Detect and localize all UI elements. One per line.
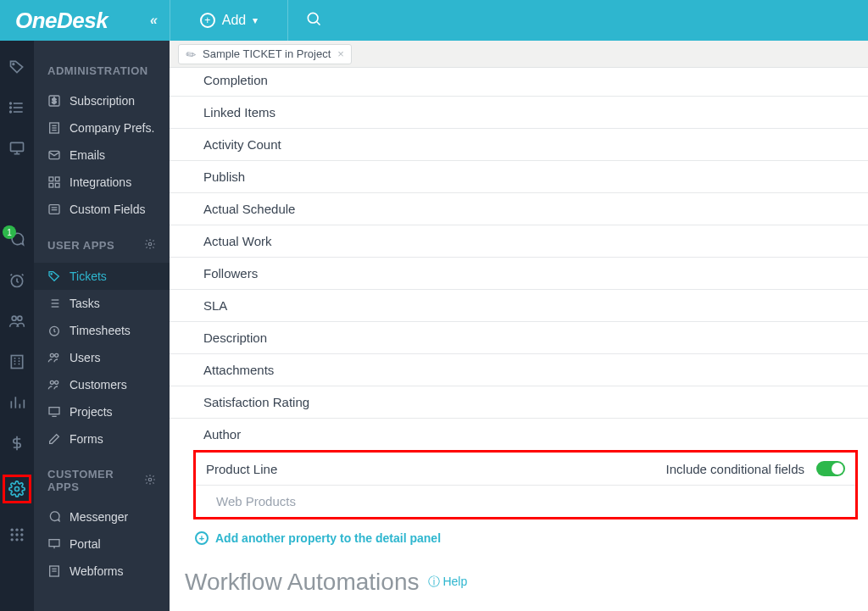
dollar-box-icon: $ [47,94,61,108]
workflow-section-title: Workflow Automations ⓘ Help [170,553,868,596]
svg-point-59 [50,380,53,384]
sidebar-item-users[interactable]: Users [34,344,170,371]
tab-bar: ✎ Sample TICKET in Project × [170,41,868,68]
property-row[interactable]: Completion [170,68,868,97]
rail-list-icon[interactable] [8,98,26,117]
svg-point-0 [308,13,318,23]
product-line-row[interactable]: Product Line Include conditional fields [196,453,855,486]
rail-tag-icon[interactable] [8,58,26,76]
rail-users-icon[interactable] [8,312,26,330]
rail-dollar-icon[interactable] [8,434,26,453]
envelope-icon [47,148,61,162]
help-link[interactable]: ⓘ Help [428,575,468,590]
svg-point-31 [11,533,14,536]
rail-chat-icon[interactable]: 1 [8,231,26,249]
svg-point-7 [10,107,12,108]
rail-apps-icon[interactable] [8,525,26,544]
svg-point-6 [10,103,12,104]
close-icon[interactable]: × [337,47,344,60]
svg-point-27 [15,487,19,492]
svg-point-58 [55,353,58,357]
tab-label: Sample TICKET in Project [203,47,331,60]
sidebar-item-tasks[interactable]: Tasks [34,290,170,317]
svg-point-8 [10,111,12,113]
svg-line-1 [317,21,320,25]
property-row[interactable]: Actual Work [170,225,868,258]
svg-point-57 [50,353,53,357]
property-row[interactable]: Actual Schedule [170,193,868,225]
rail-chart-icon[interactable] [8,393,26,412]
rail-clock-icon[interactable] [8,271,26,290]
conditional-fields-toggle[interactable] [816,461,845,476]
brand-logo: OneDesk « [0,8,170,34]
svg-point-63 [148,478,152,481]
edit-icon [47,432,61,446]
badge-count: 1 [3,225,16,239]
sidebar-item-custom-fields[interactable]: Custom Fields [34,196,170,223]
search-button[interactable] [288,10,339,31]
add-property-link[interactable]: + Add another property to the detail pan… [170,519,868,553]
sidebar-item-integrations[interactable]: Integrations [34,169,170,196]
property-row[interactable]: Author [170,419,868,450]
property-row[interactable]: SLA [170,290,868,322]
sidebar-item-messenger[interactable]: Messenger [34,503,170,530]
product-line-option[interactable]: Web Products [196,486,855,517]
gear-icon[interactable] [144,238,156,253]
search-icon [305,10,322,27]
property-row[interactable]: Description [170,322,868,354]
rail-building-icon[interactable] [8,353,26,371]
svg-point-36 [20,538,23,541]
monitor-icon [47,405,61,419]
svg-point-30 [20,529,23,531]
product-line-block: Product Line Include conditional fields … [193,450,858,519]
svg-rect-46 [49,183,53,187]
collapse-sidebar-button[interactable]: « [150,13,158,28]
rail-monitor-icon[interactable] [8,139,26,158]
sidebar-item-projects[interactable]: Projects [34,398,170,425]
property-row[interactable]: Publish [170,161,868,193]
sidebar-item-forms[interactable]: Forms [34,425,170,453]
property-row[interactable]: Activity Count [170,129,868,161]
form-icon [47,564,61,578]
add-label: Add [222,13,246,28]
icon-rail: 1 [0,41,34,611]
svg-point-13 [12,316,16,320]
svg-point-60 [55,380,58,384]
plus-icon: + [200,13,215,28]
sidebar-item-subscription[interactable]: $Subscription [34,87,170,114]
sidebar-item-tickets[interactable]: Tickets [34,263,170,290]
gear-icon[interactable] [144,474,156,488]
chevron-down-icon: ▾ [253,14,258,26]
form-icon [47,203,61,216]
svg-point-35 [15,538,18,541]
link-icon [47,175,61,189]
users-icon [47,351,61,364]
screen-icon [47,537,61,551]
sidebar-item-webforms[interactable]: Webforms [34,558,170,585]
svg-point-52 [51,274,52,275]
svg-rect-15 [11,356,22,369]
property-row[interactable]: Linked Items [170,97,868,129]
add-button[interactable]: + Add ▾ [170,0,288,41]
svg-rect-44 [49,177,53,181]
sidebar-item-company-prefs[interactable]: Company Prefs. [34,114,170,142]
document-tab[interactable]: ✎ Sample TICKET in Project × [178,44,352,64]
chat-icon [47,510,61,524]
property-row[interactable]: Attachments [170,354,868,386]
sidebar-item-customers[interactable]: Customers [34,371,170,398]
svg-point-2 [13,64,14,65]
svg-rect-45 [55,177,59,181]
sidebar-item-emails[interactable]: Emails [34,142,170,169]
section-user-apps: USER APPS [34,223,170,263]
sidebar-item-portal[interactable]: Portal [34,530,170,558]
admin-sidebar: ADMINISTRATION $Subscription Company Pre… [34,41,170,611]
svg-point-28 [11,529,14,531]
svg-rect-9 [11,142,24,151]
section-customer-apps: CUSTOMER APPS [34,453,170,503]
gear-icon [8,480,25,497]
property-row[interactable]: Followers [170,258,868,290]
settings-rail-button[interactable] [3,475,31,503]
sidebar-item-timesheets[interactable]: Timesheets [34,317,170,344]
product-line-label: Product Line [206,462,277,476]
property-row[interactable]: Satisfaction Rating [170,386,868,419]
